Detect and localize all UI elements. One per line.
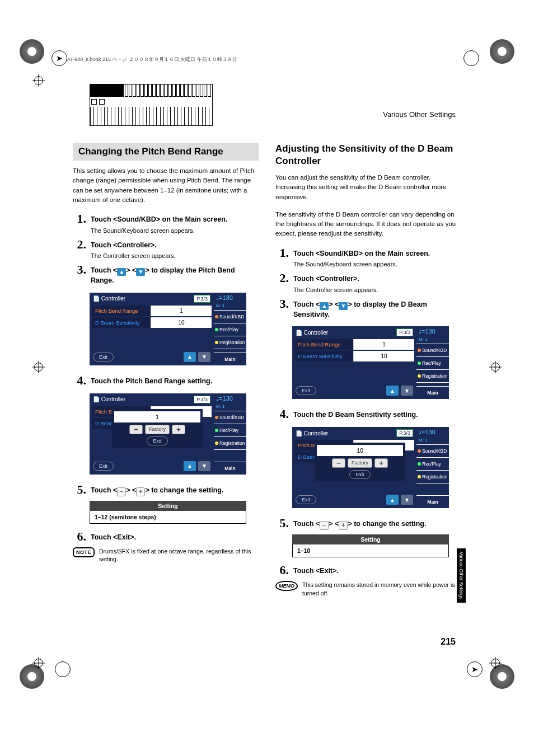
exit-button: Exit	[296, 386, 316, 395]
minus-button: −	[129, 425, 143, 434]
factory-button: Factory	[348, 458, 372, 468]
text-fragment: Touch <	[91, 266, 117, 274]
memo-badge: MEMO	[275, 581, 298, 591]
side-button: Rec/Play	[214, 424, 246, 436]
step-5: 5. Touch <−> <+> to change the setting.	[275, 517, 461, 530]
step-subtext: The Sound/Keyboard screen appears.	[91, 227, 259, 234]
plus-button: +	[172, 425, 185, 434]
page-indicator: P.3/3	[396, 328, 413, 336]
popup-value: 1	[114, 411, 200, 422]
setting-table: Setting 1–10	[292, 534, 449, 557]
step-text: Touch the Pitch Bend Range setting.	[91, 377, 259, 387]
table-header: Setting	[90, 501, 246, 511]
intro-paragraph: The sensitivity of the D Beam controller…	[275, 210, 461, 239]
minus-icon: −	[117, 487, 126, 496]
controller-screen-screenshot: 📄 ControllerP.3/3 Pitch Bend Range1 D Be…	[90, 293, 246, 365]
print-arrow-icon	[467, 54, 476, 63]
value-popup: 1 − Factory + Exit	[112, 409, 203, 448]
list-label: D Beam Sensitivity	[92, 317, 151, 328]
print-arrow-icon: ➤	[55, 54, 64, 63]
memo-block: MEMO This setting remains stored in memo…	[275, 581, 461, 597]
text-fragment: > <	[126, 486, 136, 494]
step-1: 1. Touch <Sound/KBD> on the Main screen.…	[275, 247, 461, 268]
exit-button: Exit	[93, 353, 114, 361]
page-number: 215	[441, 637, 456, 647]
popup-value: 10	[317, 445, 403, 456]
plus-icon: +	[339, 521, 348, 530]
chapter-side-tab: Various Other Settings	[457, 548, 466, 603]
plus-icon: +	[136, 487, 145, 496]
chapter-title: Various Other Settings	[383, 110, 456, 119]
page-indicator: P.3/3	[194, 396, 210, 403]
step-5: 5. Touch <−> <+> to change the setting.	[73, 483, 259, 496]
up-arrow-icon: ▲	[184, 352, 196, 362]
table-cell: 1–10	[292, 544, 449, 557]
text-fragment: Touch <	[293, 520, 320, 528]
memo-text: This setting remains stored in memory ev…	[302, 581, 461, 597]
list-value: 1	[151, 306, 212, 316]
product-illustration	[90, 84, 213, 126]
section-heading: Adjusting the Sensitivity of the D Beam …	[275, 143, 461, 167]
screen-title: Controller	[304, 430, 328, 436]
text-fragment: Touch <	[91, 486, 117, 494]
tempo-display: ♩=130M: 1	[214, 293, 246, 310]
tempo-display: ♩=130M: 1	[416, 427, 449, 444]
controller-screen-screenshot: 📄 ControllerP.3/3 Pitch Bend Range1 D Be…	[292, 326, 449, 399]
up-arrow-icon: ▲	[117, 268, 126, 276]
main-button: Main	[416, 496, 449, 508]
side-button: Registration	[416, 370, 449, 382]
list-value: 1	[353, 339, 414, 350]
crop-mark	[32, 74, 45, 87]
factory-button: Factory	[145, 425, 170, 434]
registration-mark	[490, 39, 514, 64]
down-arrow-icon: ▼	[401, 386, 413, 396]
step-text: Touch <▲> <▼> to display the Pitch Bend …	[91, 266, 259, 286]
side-button: Registration	[214, 437, 246, 449]
popup-exit-button: Exit	[147, 436, 167, 445]
step-number: 4.	[73, 374, 86, 387]
registration-mark	[20, 39, 44, 64]
side-button: Sound/KBD	[214, 311, 246, 323]
step-6: 6. Touch <Exit>.	[275, 564, 461, 576]
text-fragment: > to change the setting.	[145, 486, 223, 494]
print-arrow-icon: ➤	[470, 665, 479, 674]
side-button: Sound/KBD	[416, 344, 449, 356]
up-arrow-icon: ▲	[320, 302, 329, 310]
down-arrow-icon: ▼	[198, 461, 210, 471]
print-arrow-icon	[58, 665, 67, 674]
up-arrow-icon: ▲	[386, 386, 399, 396]
table-cell: 1–12 (semitone steps)	[90, 511, 246, 524]
text-fragment: > <	[126, 266, 136, 274]
page-header-info: AT-900_e.book 215 ページ ２００８年９月１６日 火曜日 午前１…	[67, 56, 237, 63]
minus-icon: −	[320, 521, 329, 530]
popup-exit-button: Exit	[349, 470, 370, 479]
tempo-display: ♩=130M: 1	[416, 326, 449, 344]
value-popup: 10 − Factory + Exit	[315, 443, 405, 481]
step-2: 2. Touch <Controller>. The Controller sc…	[73, 238, 259, 260]
text-fragment: > <	[329, 520, 339, 528]
side-button: Sound/KBD	[416, 445, 449, 457]
text-fragment: > <	[329, 300, 339, 308]
step-6: 6. Touch <Exit>.	[73, 530, 259, 543]
table-header: Setting	[292, 534, 449, 544]
up-arrow-icon: ▲	[386, 495, 399, 505]
step-text: Touch <Controller>.	[91, 241, 259, 251]
step-number: 2.	[275, 272, 289, 284]
step-number: 4.	[275, 408, 289, 420]
minus-button: −	[332, 458, 345, 468]
down-arrow-icon: ▼	[339, 302, 348, 310]
exit-button: Exit	[296, 495, 316, 504]
down-arrow-icon: ▼	[401, 495, 413, 505]
step-text: Touch <Exit>.	[91, 533, 259, 543]
step-2: 2. Touch <Controller>. The Controller sc…	[275, 272, 461, 293]
section-heading: Changing the Pitch Bend Range	[73, 143, 259, 161]
screen-title: Controller	[101, 396, 125, 402]
step-4: 4. Touch the Pitch Bend Range setting.	[73, 374, 259, 387]
step-text: Touch <−> <+> to change the setting.	[91, 486, 259, 496]
intro-paragraph: You can adjust the sensitivity of the D …	[275, 173, 461, 202]
tempo-display: ♩=130M: 1	[214, 393, 246, 411]
side-button: Rec/Play	[416, 357, 449, 369]
note-text: Drums/SFX is fixed at one octave range, …	[99, 547, 259, 564]
list-label: Pitch Bend Range	[294, 339, 353, 350]
list-label: D Beam Sensitivity	[294, 351, 353, 361]
